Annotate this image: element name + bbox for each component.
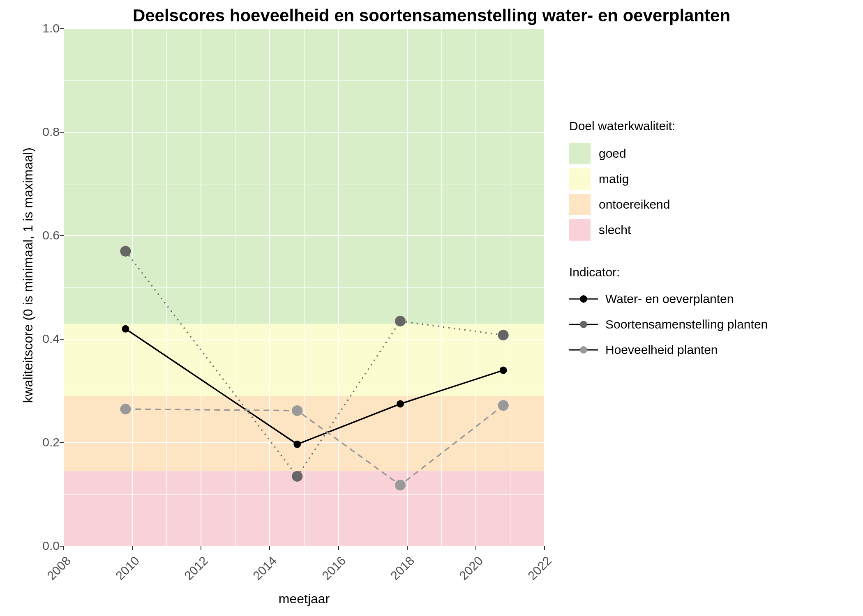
legend-series-0: Water- en oeverplanten — [569, 289, 768, 309]
x-tick-mark — [407, 546, 408, 550]
series-point-0 — [293, 441, 301, 448]
y-tick-mark — [60, 132, 64, 133]
legend-series-2: Hoeveelheid planten — [569, 340, 768, 360]
y-tick-mark — [60, 339, 64, 340]
y-tick-label: 0.4 — [27, 332, 60, 346]
plot-area — [64, 29, 545, 546]
legend-quality-title: Doel waterkwaliteit: — [569, 119, 768, 133]
series-point-0 — [122, 325, 129, 333]
series-line-1 — [125, 251, 503, 476]
legend-label: matig — [599, 172, 629, 186]
y-tick-mark — [60, 235, 64, 236]
series-point-2 — [395, 480, 406, 490]
series-point-0 — [500, 367, 507, 374]
series-point-1 — [498, 330, 509, 340]
legend-label: Water- en oeverplanten — [605, 292, 734, 306]
legend-series-1: Soortensamenstelling planten — [569, 315, 768, 334]
series-point-1 — [292, 471, 302, 482]
y-tick-mark — [60, 442, 64, 443]
series-point-2 — [498, 400, 509, 411]
swatch-goed — [569, 143, 591, 164]
series-line-2 — [125, 405, 503, 485]
y-tick-mark — [60, 28, 64, 29]
chart-lines — [64, 29, 545, 546]
legend-quality: Doel waterkwaliteit: goed matig ontoerei… — [569, 119, 768, 365]
x-tick-mark — [269, 546, 270, 550]
y-tick-label: 1.0 — [27, 21, 60, 35]
legend-label: Hoeveelheid planten — [605, 343, 718, 357]
legend-label: ontoereikend — [599, 198, 670, 211]
legend-item-matig: matig — [569, 168, 768, 190]
y-tick-label: 0.6 — [27, 228, 60, 242]
swatch-slecht — [569, 219, 591, 241]
legend-item-goed: goed — [569, 143, 768, 164]
legend-label: Soortensamenstelling planten — [605, 317, 768, 331]
x-tick-mark — [475, 546, 476, 550]
legend-label: goed — [599, 147, 626, 161]
swatch-ontoereikend — [569, 194, 591, 215]
series-point-1 — [120, 246, 131, 257]
y-axis-label: kwaliteitscore (0 is minimaal, 1 is maxi… — [21, 147, 36, 403]
y-tick-label: 0.0 — [27, 539, 60, 553]
x-tick-mark — [544, 546, 545, 550]
series-point-0 — [397, 400, 404, 408]
legend-line-icon — [569, 291, 598, 307]
legend-item-slecht: slecht — [569, 219, 768, 241]
series-line-0 — [125, 329, 503, 444]
x-tick-mark — [63, 546, 64, 550]
chart-title: Deelscores hoeveelheid en soortensamenst… — [0, 6, 863, 25]
y-tick-label: 0.8 — [27, 125, 60, 139]
legend-line-icon — [569, 316, 598, 333]
x-tick-mark — [338, 546, 339, 550]
series-point-1 — [395, 316, 406, 326]
legend-item-ontoereikend: ontoereikend — [569, 194, 768, 215]
x-tick-mark — [201, 546, 201, 550]
legend-label: slecht — [599, 223, 631, 237]
swatch-matig — [569, 168, 591, 190]
legend-indicator-title: Indicator: — [569, 265, 768, 279]
y-tick-label: 0.2 — [27, 435, 60, 449]
legend-line-icon — [569, 342, 598, 358]
legend-indicator: Indicator: Water- en oeverplanten Soorte… — [569, 265, 768, 360]
series-point-2 — [120, 404, 131, 414]
x-tick-mark — [132, 546, 133, 550]
series-point-2 — [292, 405, 302, 416]
